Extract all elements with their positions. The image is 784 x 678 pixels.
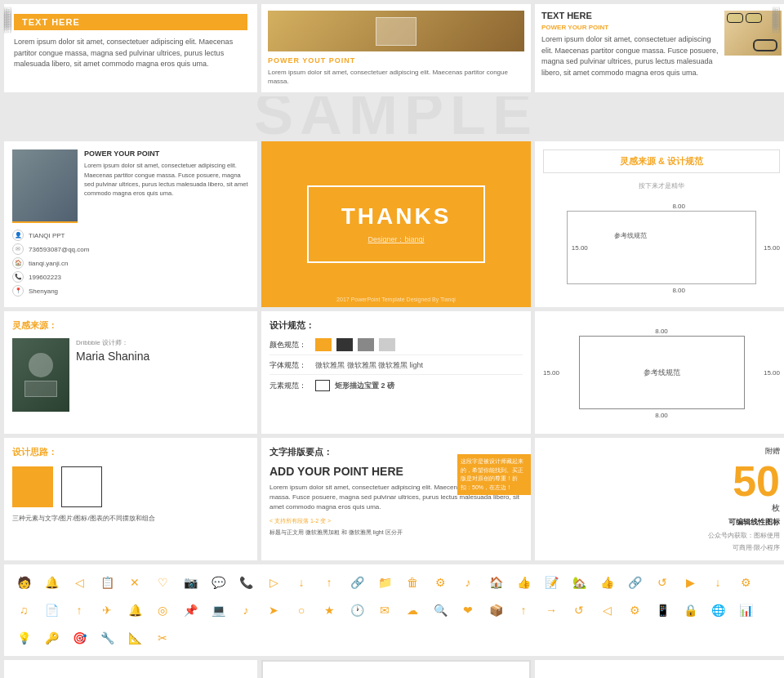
icon-item-5: ♡ <box>151 571 174 594</box>
ref-right-dim: 15.00 <box>764 369 780 377</box>
typography-legend: 标题与正文用 微软雅黑加粗 和 微软雅黑 light 区分开 <box>270 529 523 537</box>
icon-item-30: ✈ <box>96 599 118 622</box>
icon-item-11: ↑ <box>318 571 341 594</box>
icon-item-18: 👍 <box>512 571 535 594</box>
icon-item-54: 💡 <box>12 627 35 649</box>
icons-main-label: 可编辑线性图标 <box>728 517 780 528</box>
icon-item-58: 📐 <box>123 627 146 649</box>
card-blank-left <box>4 660 257 678</box>
icons-desc2: 可商用·限小程序 <box>733 543 780 552</box>
text-here-label: TEXT HERE <box>541 11 719 20</box>
color-light <box>379 338 395 351</box>
thinking-shapes <box>12 466 249 507</box>
profile-phone: 199602223 <box>29 274 61 281</box>
main-grid: TEXT HERE Lorem ipsum dolor sit amet, co… <box>0 0 784 678</box>
icon-item-24: ▶ <box>679 571 702 594</box>
icon-item-27: ♫ <box>12 599 35 622</box>
profile-location-row: 📍 Shenyang <box>12 285 249 297</box>
ref-bottom-dim: 8.00 <box>655 412 668 419</box>
design-spec-title: 灵感来源 & 设计规范 <box>543 149 780 173</box>
card-thanks: THANKS Designer：bianqi 2017 PowerPoint T… <box>261 141 531 307</box>
ref-line-left <box>567 211 568 284</box>
thanks-designer: Designer：bianqi <box>341 234 452 245</box>
person-avatar-circle <box>29 353 53 377</box>
ref-line-right <box>755 211 756 284</box>
icon-item-33: 📌 <box>179 599 202 622</box>
right-card-body: Lorem ipsum dolor sit amet, consectetuer… <box>541 34 719 78</box>
icon-item-4: ✕ <box>123 571 146 594</box>
icon-item-48: ◁ <box>595 599 618 622</box>
text-here-button[interactable]: TEXT HERE <box>14 14 247 30</box>
icon-item-46: → <box>540 599 563 622</box>
design-spec-subtitle: 按下来才是精华 <box>543 181 780 190</box>
thanks-title: THANKS <box>341 203 452 230</box>
element-spec-label: 元素规范： <box>270 381 310 391</box>
profile-info: POWER YOUR POINT Lorem ipsum dolor sit a… <box>84 149 249 223</box>
card-typography: 文字排版要点： ADD YOUR POINT HERE Lorem ipsum … <box>261 438 531 560</box>
card-image <box>268 11 524 51</box>
icons-grid: 🧑🔔◁📋✕♡📷💬📞▷↓↑🔗📁🗑⚙♪🏠👍📝🏡👍🔗↺▶↓⚙♫📄↑✈🔔◎📌💻♪➤○★🕐… <box>4 564 784 656</box>
icon-item-40: ✉ <box>373 599 396 622</box>
element-border-box <box>315 380 330 391</box>
ref-top-line <box>579 336 745 337</box>
icon-item-16: ♪ <box>457 571 479 594</box>
icon-item-43: ❤ <box>457 599 479 622</box>
icon-item-14: 🗑 <box>401 571 424 594</box>
profile-city: Shenyang <box>29 288 58 295</box>
icon-item-36: ➤ <box>262 599 285 622</box>
person-platform-label: Dribbble 设计师： <box>76 338 149 347</box>
sample-text-area: SAMPLE <box>4 96 784 137</box>
color-dark <box>336 338 353 351</box>
card-body-text: Lorem ipsum dolor sit amet, consectetuer… <box>14 37 247 70</box>
font-spec-row: 字体规范： 微软雅黑 微软雅黑 微软雅黑 light <box>270 360 523 375</box>
power-your-point-label: POWER YOUR POINT <box>541 24 719 31</box>
thanks-footer: 2017 PowerPoint Template Designed By Tia… <box>336 297 456 302</box>
icon-item-23: ↺ <box>651 571 674 594</box>
icon-item-26: ⚙ <box>734 571 757 594</box>
person-name: Maria Shanina <box>76 350 149 363</box>
color-spec-row: 颜色规范： <box>270 338 523 355</box>
icon-item-19: 📝 <box>540 571 563 594</box>
icons-big-number: 50 <box>733 460 780 502</box>
person-photo <box>12 338 69 412</box>
icon-item-1: 🔔 <box>40 571 63 594</box>
reference-lines-preview: 8.00 8.00 15.00 15.00 参考线规范 <box>543 198 780 297</box>
thinking-title: 设计思路： <box>12 446 249 458</box>
profile-email-row: ✉ 736593087@qq.com <box>12 243 249 255</box>
ref-label-center: 参考线规范 <box>614 231 647 240</box>
icon-item-51: 🔒 <box>679 599 702 622</box>
card-inspiration: 灵感来源： Dribbble 设计师： Maria Shanina <box>4 311 257 434</box>
home-icon: 🏠 <box>12 257 24 269</box>
power-point-title: POWER YOUT POINT <box>268 56 524 65</box>
power-point-body: Lorem ipsum dolor sit amet, consectetuer… <box>268 68 524 86</box>
person-photo-inner <box>12 338 69 412</box>
icon-item-44: 📦 <box>484 599 507 622</box>
top-right-photo-area <box>724 11 782 86</box>
card-design-thinking: 设计思路： 三种元素与文字/图片/图标/图表的不同摆放和组合 <box>4 438 257 560</box>
icon-item-12: 🔗 <box>345 571 368 594</box>
font-spec-label: 字体规范： <box>270 360 310 371</box>
card-design-spec: 灵感来源 & 设计规范 按下来才是精华 8.00 8.00 15.00 15.0… <box>535 141 784 307</box>
profile-phone-row: 📞 199602223 <box>12 271 249 283</box>
color-mid <box>358 338 374 351</box>
profile-body: Lorem ipsum dolor sit amet, consectetuer… <box>84 161 249 198</box>
ref-dim-8-top: 8.00 <box>672 203 685 210</box>
icon-item-28: 📄 <box>40 599 63 622</box>
icon-item-6: 📷 <box>179 571 202 594</box>
shape-white <box>61 466 102 507</box>
icons-count-section: 附赠 <box>765 446 780 457</box>
icon-item-49: ⚙ <box>623 599 646 622</box>
email-icon: ✉ <box>12 243 24 255</box>
icon-item-45: ↑ <box>512 599 535 622</box>
card-profile: POWER YOUR POINT Lorem ipsum dolor sit a… <box>4 141 257 307</box>
icon-item-56: 🎯 <box>68 627 91 649</box>
icon-item-31: 🔔 <box>123 599 146 622</box>
icon-item-59: ✂ <box>151 627 174 649</box>
icon-item-22: 🔗 <box>623 571 646 594</box>
ref-dim-15-left: 15.00 <box>572 244 588 252</box>
card-text-here: TEXT HERE Lorem ipsum dolor sit amet, co… <box>4 4 257 92</box>
profile-title: POWER YOUR POINT <box>84 149 249 158</box>
ref-lines-box: 8.00 8.00 15.00 15.00 参考线规范 <box>543 319 780 426</box>
icon-item-7: 💬 <box>207 571 229 594</box>
profile-email: 736593087@qq.com <box>29 246 89 253</box>
